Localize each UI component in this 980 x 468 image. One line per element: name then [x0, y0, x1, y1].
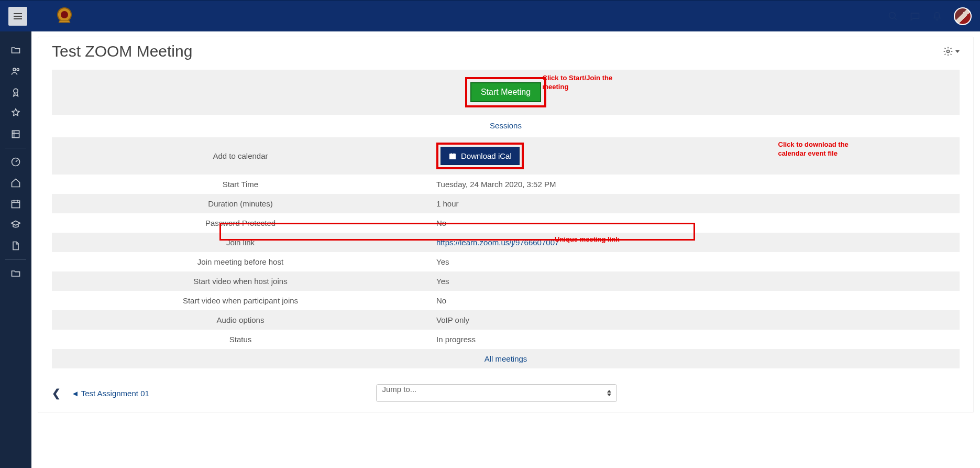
main-content: Test ZOOM Meeting Start Meeting Click to…: [31, 31, 980, 468]
jump-to-select[interactable]: Jump to...: [376, 384, 617, 402]
value-start-time: Tuesday, 24 March 2020, 3:52 PM: [429, 175, 960, 194]
value-status: In progress: [429, 330, 960, 349]
join-link[interactable]: https://learn.zoom.us/j/9766607007: [436, 238, 559, 247]
menu-toggle-button[interactable]: [8, 7, 27, 26]
value-participant-video: No: [429, 291, 960, 310]
nav-home[interactable]: [0, 172, 31, 193]
svg-rect-8: [12, 201, 20, 208]
site-logo[interactable]: [53, 5, 75, 28]
settings-menu-button[interactable]: [943, 46, 960, 57]
value-password: No: [429, 213, 960, 233]
nav-badges[interactable]: [0, 82, 31, 103]
start-meeting-button[interactable]: Start Meeting: [470, 82, 541, 102]
svg-point-4: [13, 68, 16, 71]
side-drawer: [0, 31, 31, 468]
nav-folder[interactable]: [0, 40, 31, 61]
page-title: Test ZOOM Meeting: [52, 42, 192, 60]
svg-point-6: [14, 89, 18, 93]
annotation-start: Click to Start/Join the meeting: [543, 74, 616, 92]
svg-point-9: [947, 50, 950, 53]
annotation-joinlink: Unique meeting link: [555, 235, 620, 244]
topbar-actions: [888, 7, 972, 25]
notifications-icon[interactable]: [932, 11, 942, 21]
label-audio: Audio options: [52, 310, 429, 330]
label-password: Password Protected: [52, 213, 429, 233]
svg-line-3: [895, 18, 897, 20]
meeting-info-table: Add to calendar Download iCal Click to d…: [52, 137, 960, 349]
download-ical-button[interactable]: Download iCal: [441, 147, 520, 165]
value-host-video: Yes: [429, 271, 960, 291]
value-join-before-host: Yes: [429, 252, 960, 271]
calendar-icon: [448, 152, 457, 160]
label-join-link: Join link: [52, 233, 429, 252]
annotation-box-ical: Download iCal: [436, 143, 524, 169]
nav-grades[interactable]: [0, 124, 31, 145]
label-add-to-calendar: Add to calendar: [52, 137, 429, 175]
all-meetings-row: All meetings: [52, 349, 960, 368]
label-duration: Duration (minutes): [52, 194, 429, 213]
all-meetings-link[interactable]: All meetings: [485, 354, 527, 363]
annotation-box-start: Start Meeting: [465, 77, 546, 107]
top-navbar: [0, 0, 980, 31]
label-participant-video: Start video when participant joins: [52, 291, 429, 310]
value-audio: VoIP only: [429, 310, 960, 330]
nav-mycourses[interactable]: [0, 214, 31, 235]
annotation-ical: Click to download the calendar event fil…: [778, 140, 862, 158]
label-status: Status: [52, 330, 429, 349]
value-duration: 1 hour: [429, 194, 960, 213]
start-meeting-row: Start Meeting Click to Start/Join the me…: [52, 70, 960, 115]
user-avatar[interactable]: [954, 7, 972, 25]
label-join-before-host: Join meeting before host: [52, 252, 429, 271]
nav-privatefiles[interactable]: [0, 235, 31, 256]
search-icon[interactable]: [888, 11, 898, 21]
chevron-down-icon: [955, 50, 960, 53]
label-host-video: Start video when host joins: [52, 271, 429, 291]
nav-dashboard[interactable]: [0, 151, 31, 172]
svg-point-5: [17, 69, 19, 71]
hamburger-icon: [14, 16, 22, 17]
nav-competencies[interactable]: [0, 103, 31, 124]
messages-icon[interactable]: [910, 11, 920, 21]
nav-calendar[interactable]: [0, 193, 31, 214]
download-ical-label: Download iCal: [461, 151, 512, 160]
prev-arrow-icon[interactable]: ❮: [52, 387, 61, 399]
select-arrows-icon: [607, 390, 611, 396]
svg-rect-10: [449, 154, 456, 159]
nav-participants[interactable]: [0, 61, 31, 82]
activity-navigation: ❮ ◄ Test Assignment 01 Jump to...: [52, 384, 960, 402]
sessions-heading: Sessions: [52, 116, 960, 137]
gear-icon: [943, 46, 953, 57]
label-start-time: Start Time: [52, 175, 429, 194]
svg-point-2: [889, 13, 896, 19]
jump-to-label: Jump to...: [382, 385, 416, 394]
prev-activity-link[interactable]: ◄ Test Assignment 01: [71, 389, 149, 398]
nav-folder-2[interactable]: [0, 263, 31, 284]
svg-point-1: [61, 11, 68, 18]
